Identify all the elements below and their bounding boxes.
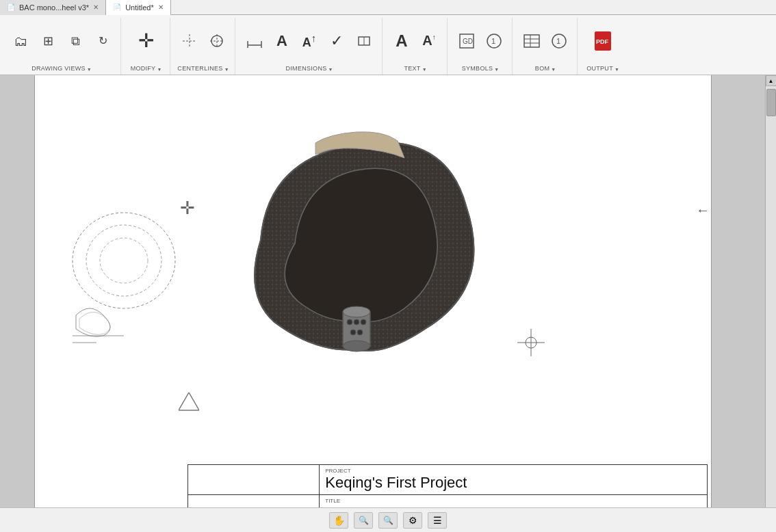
dimensions-dropdown[interactable]: ▼: [328, 67, 333, 72]
title-block: PROJECT Keqing's First Project TITLE BAC…: [187, 464, 708, 507]
tb-cell-project: PROJECT Keqing's First Project: [320, 465, 707, 494]
dim-check-btn[interactable]: ✓: [324, 31, 349, 51]
steering-wheel-svg: [69, 75, 548, 377]
drawing-views-dropdown[interactable]: ▼: [87, 67, 92, 72]
svg-point-31: [343, 306, 370, 317]
svg-text:1: 1: [556, 37, 560, 45]
hand-tool-btn[interactable]: ✋: [329, 512, 348, 529]
text-label: TEXT: [404, 64, 420, 75]
drawing-views-label: DRAWING VIEWS: [31, 64, 86, 75]
dim-linear-icon: [245, 31, 264, 51]
drawing-canvas[interactable]: ✛ ← PROJECT Keqing's First Project: [0, 75, 765, 507]
symbols-box-btn[interactable]: GD: [454, 30, 479, 52]
tab-untitled[interactable]: 📄 Untitled* ✕: [106, 0, 171, 15]
zoom-out-btn[interactable]: 🔍: [354, 512, 373, 529]
bom-table-icon: [522, 31, 541, 51]
bom-circle-btn[interactable]: 1: [547, 30, 571, 52]
toolbar-group-modify: ✛ MODIFY ▼: [122, 18, 170, 75]
symbols-circle-icon: 1: [484, 31, 504, 51]
text-btn[interactable]: A: [389, 30, 414, 52]
dim-box-btn[interactable]: [352, 30, 376, 52]
text-dropdown[interactable]: ▼: [422, 67, 427, 72]
symbols-label: SYMBOLS: [462, 64, 493, 75]
centerline-1-btn[interactable]: [177, 30, 202, 52]
tab-file-icon-2: 📄: [113, 3, 121, 11]
scroll-thumb[interactable]: [766, 89, 776, 116]
main-area: ✛ ← PROJECT Keqing's First Project: [0, 75, 776, 507]
dim-check-icon: ✓: [331, 32, 343, 50]
text-up-btn[interactable]: A↑: [417, 31, 441, 50]
scrollbar-right[interactable]: ▲: [765, 75, 776, 507]
toolbar-group-output: PDF OUTPUT ▼: [579, 18, 627, 75]
dimensions-label: DIMENSIONS: [286, 64, 327, 75]
toolbar-group-centerlines: CENTERLINES ▼: [172, 18, 235, 75]
toolbar-group-symbols: GD 1 SYMBOLS ▼: [449, 18, 513, 75]
tab-file-icon: 📄: [7, 3, 15, 11]
dim-text-btn[interactable]: A: [270, 31, 294, 51]
drawing-views-grid-btn[interactable]: ⊞: [36, 34, 60, 49]
tab-bac-mono[interactable]: 📄 BAC mono...heel v3* ✕: [0, 0, 106, 15]
dim-text-up-icon: A↑: [302, 32, 317, 50]
symbols-dropdown[interactable]: ▼: [494, 67, 499, 72]
output-pdf-btn[interactable]: PDF: [589, 29, 617, 53]
project-label: PROJECT: [325, 468, 350, 474]
right-arrow-cursor: ←: [696, 202, 710, 218]
toolbar-group-drawing-views: 🗂 ⊞ ⧉ ↻ DRAWING VIEWS ▼: [3, 18, 121, 75]
centerline-2-btn[interactable]: [205, 30, 229, 52]
scroll-up-arrow[interactable]: ▲: [766, 75, 777, 86]
grid-icon: ⊞: [43, 35, 53, 47]
centerline-2-icon: [207, 31, 227, 51]
bom-label: BOM: [535, 64, 549, 75]
title-bar: 📄 BAC mono...heel v3* ✕ 📄 Untitled* ✕: [0, 0, 776, 15]
zoom-in-btn[interactable]: 🔍: [378, 512, 398, 529]
modify-dropdown[interactable]: ▼: [157, 67, 161, 72]
move-icon: ✛: [138, 31, 154, 51]
tb-cell-empty-left2: [188, 495, 320, 507]
settings-btn[interactable]: ⚙: [403, 512, 422, 529]
toolbar: 🗂 ⊞ ⧉ ↻ DRAWING VIEWS ▼ ✛ MODIFY ▼: [0, 15, 776, 75]
tb-row-project: PROJECT Keqing's First Project: [188, 465, 707, 495]
zoom-out-icon: 🔍: [359, 516, 369, 525]
tb-row-title: TITLE BAC mono steering wheel: [188, 495, 707, 507]
toolbar-group-dimensions: A A↑ ✓ DIMENSIONS ▼: [237, 18, 383, 75]
symbols-circle-btn[interactable]: 1: [482, 30, 506, 52]
drawing-views-folder-btn[interactable]: 🗂: [8, 33, 33, 49]
layers-btn[interactable]: ☰: [428, 512, 447, 529]
layers-bottom-icon: ☰: [433, 515, 442, 526]
svg-rect-14: [524, 35, 539, 47]
output-dropdown[interactable]: ▼: [615, 67, 619, 72]
tab-close-2[interactable]: ✕: [158, 3, 164, 11]
svg-point-35: [361, 319, 366, 325]
svg-point-32: [343, 341, 370, 351]
dim-text-up-btn[interactable]: A↑: [297, 31, 322, 51]
svg-point-34: [354, 319, 359, 325]
centerlines-label: CENTERLINES: [177, 64, 222, 75]
output-pdf-icon: PDF: [592, 30, 614, 52]
svg-point-37: [357, 330, 363, 335]
text-icon: A: [396, 31, 407, 51]
centerlines-dropdown[interactable]: ▼: [224, 67, 229, 72]
svg-point-36: [350, 330, 356, 335]
dim-linear-btn[interactable]: [242, 30, 267, 52]
output-label: OUTPUT: [586, 64, 613, 75]
dim-box-icon: [354, 31, 374, 51]
svg-text:PDF: PDF: [596, 38, 609, 45]
bottom-bar: ✋ 🔍 🔍 ⚙ ☰: [0, 507, 776, 532]
scale-indicator-svg: [179, 393, 199, 413]
drawing-sheet: ✛ ← PROJECT Keqing's First Project: [34, 75, 712, 507]
drawing-views-layers-btn[interactable]: ⧉: [63, 34, 88, 49]
svg-text:1: 1: [491, 37, 495, 45]
tb-cell-empty-left: [188, 465, 320, 494]
svg-point-33: [347, 319, 352, 325]
move-cursor-icon: ✛: [180, 198, 195, 219]
symbols-box-icon: GD: [457, 31, 476, 51]
zoom-in-icon: 🔍: [383, 516, 393, 525]
tab-close-1[interactable]: ✕: [93, 3, 99, 11]
toolbar-group-bom: 1 BOM ▼: [514, 18, 578, 75]
modify-move-btn[interactable]: ✛: [134, 30, 159, 52]
bom-dropdown[interactable]: ▼: [551, 67, 556, 72]
rotate-icon: ↻: [99, 36, 107, 46]
drawing-views-rotate-btn[interactable]: ↻: [90, 34, 115, 48]
toolbar-group-text: A A↑ TEXT ▼: [384, 18, 448, 75]
bom-table-btn[interactable]: [519, 30, 544, 52]
